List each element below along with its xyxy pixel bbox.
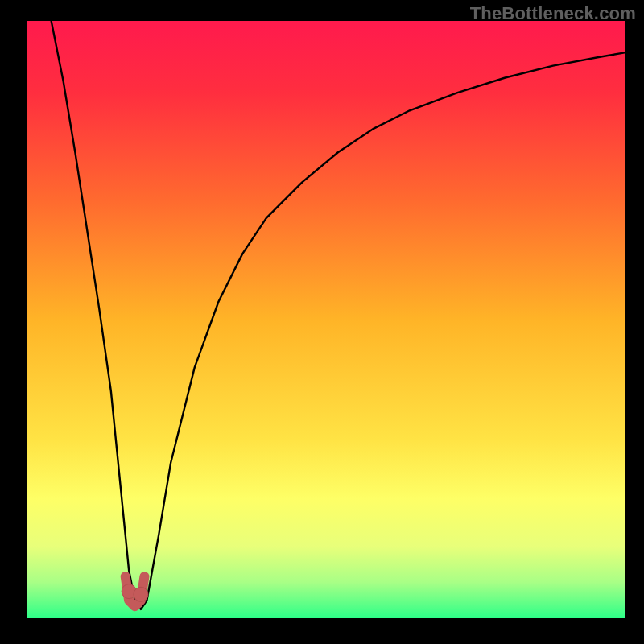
optimum-marker-dot [134, 587, 148, 601]
plot-area [27, 21, 625, 618]
chart-svg [27, 21, 625, 618]
outer-frame: TheBottleneck.com [0, 0, 644, 644]
bottleneck-curve [52, 21, 625, 609]
